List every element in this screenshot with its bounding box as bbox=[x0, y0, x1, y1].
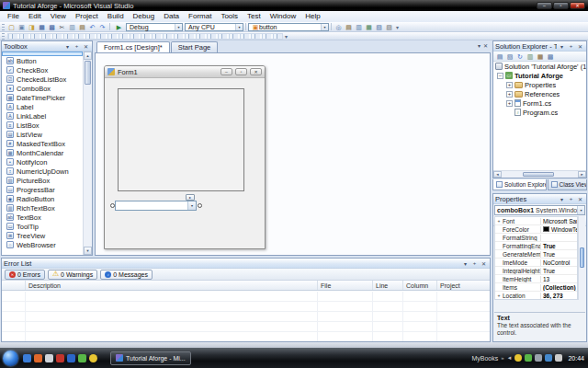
quick-launch-icon[interactable] bbox=[23, 354, 31, 362]
designed-form-titlebar[interactable]: Form1 – ▫ ✕ bbox=[105, 66, 265, 78]
toolbox-item[interactable]: ab TextBox bbox=[2, 213, 83, 222]
property-row[interactable]: GenerateMemb True bbox=[495, 250, 577, 259]
quick-launch-icon[interactable] bbox=[78, 354, 86, 362]
property-value[interactable]: True bbox=[541, 251, 577, 258]
property-value[interactable]: True bbox=[541, 268, 577, 274]
property-value[interactable]: True bbox=[541, 243, 577, 249]
column-header-line[interactable]: Line bbox=[373, 281, 403, 290]
taskbar-clock[interactable]: 20:44 bbox=[568, 355, 584, 362]
combobox-control-selected[interactable]: ▾ ▸ bbox=[115, 201, 197, 211]
active-files-dropdown-icon[interactable]: ▾ bbox=[478, 42, 481, 49]
toolbox-item[interactable]: ◉ RadioButton bbox=[2, 194, 83, 203]
expand-icon[interactable]: + bbox=[495, 293, 503, 298]
properties-header[interactable]: Properties ▾ + ✕ bbox=[493, 194, 586, 204]
window-position-icon[interactable]: ▾ bbox=[461, 259, 469, 267]
tree-item-solution[interactable]: Solution 'Tutorial Aforge' (1 proj bbox=[493, 62, 586, 71]
property-row[interactable]: ForeColor WindowTe bbox=[495, 225, 577, 234]
window-position-icon[interactable]: ▾ bbox=[558, 195, 566, 202]
property-value[interactable]: Microsoft Sans S bbox=[541, 218, 577, 224]
close-icon[interactable]: ✕ bbox=[576, 42, 584, 50]
mybooks-toolbar-label[interactable]: MyBooks bbox=[471, 355, 498, 362]
start-debugging-icon[interactable]: ▶ bbox=[114, 23, 124, 31]
redo-icon[interactable]: ↷ bbox=[97, 23, 107, 31]
selection-handle-right[interactable] bbox=[198, 203, 202, 208]
pin-icon[interactable]: + bbox=[73, 42, 81, 50]
quick-launch-icon[interactable] bbox=[89, 354, 97, 362]
expand-icon[interactable]: + bbox=[506, 82, 513, 88]
menu-item[interactable]: Debug bbox=[129, 11, 160, 22]
add-project-icon[interactable]: ▣ bbox=[17, 23, 27, 31]
property-row[interactable]: + Location 36, 273 bbox=[495, 292, 577, 300]
property-row[interactable]: ItemHeight 13 bbox=[495, 275, 577, 283]
paste-icon[interactable]: ▤ bbox=[77, 23, 87, 31]
show-hidden-icons-icon[interactable]: ◄ bbox=[507, 355, 513, 361]
show-all-files-icon[interactable]: ▧ bbox=[505, 52, 514, 61]
save-all-icon[interactable]: ▩ bbox=[47, 23, 57, 31]
menu-item[interactable]: Data bbox=[159, 11, 184, 22]
save-icon[interactable]: ▦ bbox=[37, 23, 47, 31]
property-value[interactable]: WindowTe bbox=[541, 226, 577, 233]
copy-icon[interactable]: ▥ bbox=[67, 23, 77, 31]
property-row[interactable]: + Font Microsoft Sans S bbox=[495, 217, 577, 225]
toolbox-item[interactable]: A LinkLabel bbox=[2, 111, 83, 121]
toolbox-item[interactable]: ▤ ListView bbox=[2, 130, 83, 139]
scroll-right-icon[interactable]: ► bbox=[578, 171, 586, 178]
solution-explorer-hscrollbar[interactable]: ◄ ► bbox=[493, 170, 586, 178]
expand-icon[interactable]: + bbox=[506, 100, 513, 107]
maximize-button[interactable]: ▫ bbox=[553, 2, 569, 9]
expand-icon[interactable]: + bbox=[506, 91, 513, 98]
solution-explorer-header[interactable]: Solution Explorer - Tutori ▾ + ✕ bbox=[493, 41, 586, 52]
column-header-project[interactable]: Project bbox=[437, 281, 490, 290]
toolbox-item[interactable]: ▾ ComboBox bbox=[2, 84, 83, 93]
object-browser-icon[interactable]: ▦ bbox=[364, 23, 374, 31]
view-designer-icon[interactable]: ▦ bbox=[536, 52, 545, 61]
view-code-icon[interactable]: ▥ bbox=[526, 52, 535, 61]
messages-filter-button[interactable]: i 0 Messages bbox=[100, 270, 153, 280]
quick-launch-icon[interactable] bbox=[67, 354, 75, 362]
quick-launch-icon[interactable] bbox=[45, 354, 53, 362]
close-document-icon[interactable]: ✕ bbox=[483, 42, 488, 49]
toolbox-item[interactable]: ▥ RichTextBox bbox=[2, 203, 83, 213]
close-icon[interactable]: ✕ bbox=[480, 259, 488, 267]
property-value[interactable]: 13 bbox=[541, 276, 577, 282]
errors-filter-button[interactable]: ✕ 0 Errors bbox=[5, 270, 45, 280]
toolbar-grip[interactable] bbox=[2, 33, 5, 40]
tray-icon[interactable] bbox=[535, 354, 542, 362]
designed-form[interactable]: Form1 – ▫ ✕ ▾ ▸ bbox=[104, 65, 266, 249]
menu-item[interactable]: Tools bbox=[216, 11, 243, 22]
tree-item-references[interactable]: + References bbox=[493, 89, 586, 98]
expand-icon[interactable]: + bbox=[495, 219, 503, 224]
column-header-blank[interactable] bbox=[2, 281, 26, 290]
object-selector-dropdown[interactable]: comboBox1 System.Windows.For ▾ bbox=[494, 205, 585, 215]
pin-icon[interactable]: + bbox=[470, 259, 479, 267]
close-button[interactable]: ✕ bbox=[570, 2, 585, 9]
tray-icon[interactable] bbox=[525, 354, 532, 362]
scrollbar-thumb[interactable] bbox=[580, 247, 584, 268]
volume-icon[interactable] bbox=[555, 354, 562, 362]
toolbox-item[interactable]: ☑ CheckedListBox bbox=[2, 75, 83, 84]
picturebox-control[interactable] bbox=[118, 88, 244, 191]
tree-item-program[interactable]: # Program.cs bbox=[493, 108, 586, 117]
toolbox-header[interactable]: Toolbox ▾ + ✕ bbox=[2, 41, 92, 52]
tray-icon[interactable] bbox=[545, 354, 552, 362]
scroll-left-icon[interactable]: ◄ bbox=[493, 171, 502, 178]
minimize-button[interactable]: – bbox=[537, 2, 552, 9]
toolbar-grip[interactable] bbox=[2, 24, 5, 30]
toolbox-item[interactable]: ▦ DateTimePicker bbox=[2, 93, 83, 102]
property-row[interactable]: FormatString bbox=[495, 234, 577, 242]
window-position-icon[interactable]: ▾ bbox=[63, 42, 72, 50]
property-row[interactable]: IntegralHeight True bbox=[495, 267, 577, 275]
toolbox-item[interactable]: # MaskedTextBox bbox=[2, 139, 83, 148]
tray-icon[interactable] bbox=[514, 354, 522, 362]
solution-configuration-dropdown[interactable]: Debug ▾ bbox=[126, 23, 183, 31]
scroll-down-icon[interactable]: ▼ bbox=[84, 247, 92, 255]
property-value[interactable]: 36, 273 bbox=[541, 293, 577, 299]
start-button[interactable] bbox=[3, 351, 18, 366]
property-value[interactable]: (Collection) bbox=[541, 284, 577, 291]
quick-launch-icon[interactable] bbox=[34, 354, 42, 362]
close-icon[interactable]: ✕ bbox=[576, 195, 584, 202]
menu-item[interactable]: Help bbox=[300, 11, 324, 22]
menu-item[interactable]: Test bbox=[243, 11, 266, 22]
tree-item-form1[interactable]: + Form1.cs bbox=[493, 98, 586, 108]
warnings-filter-button[interactable]: ⚠ 0 Warnings bbox=[48, 270, 97, 280]
